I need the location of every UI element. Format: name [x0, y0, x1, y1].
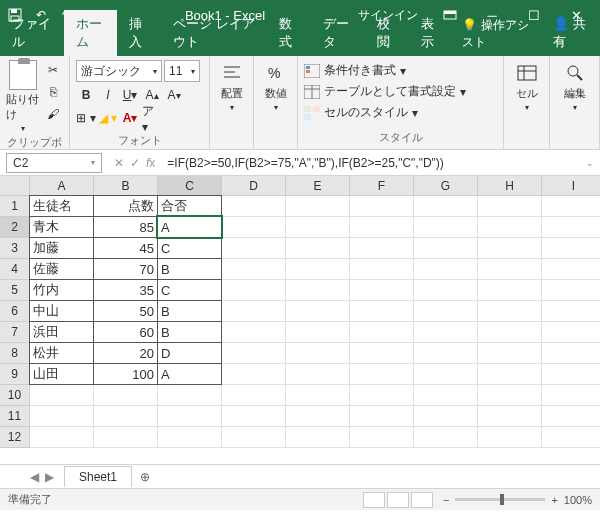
- cell[interactable]: [222, 322, 286, 343]
- cell[interactable]: [542, 259, 600, 280]
- cell[interactable]: 竹内: [29, 279, 94, 301]
- cell[interactable]: [542, 322, 600, 343]
- cell[interactable]: 70: [93, 258, 158, 280]
- tab-layout[interactable]: ページ レイアウト: [161, 10, 267, 56]
- column-header[interactable]: C: [158, 176, 222, 196]
- cell[interactable]: [478, 280, 542, 301]
- conditional-formatting-button[interactable]: 条件付き書式 ▾: [304, 60, 497, 81]
- cell[interactable]: [286, 280, 350, 301]
- cell[interactable]: [158, 427, 222, 448]
- cancel-formula-icon[interactable]: ✕: [114, 156, 124, 170]
- font-size-select[interactable]: 11▾: [164, 60, 200, 82]
- cell[interactable]: [94, 427, 158, 448]
- cell[interactable]: [414, 196, 478, 217]
- cell[interactable]: C: [157, 237, 222, 259]
- cell[interactable]: [350, 385, 414, 406]
- row-header[interactable]: 5: [0, 280, 30, 301]
- cell[interactable]: [94, 385, 158, 406]
- cell[interactable]: [286, 322, 350, 343]
- cell[interactable]: 生徒名: [29, 195, 94, 217]
- cell[interactable]: 50: [93, 300, 158, 322]
- row-header[interactable]: 9: [0, 364, 30, 385]
- cell[interactable]: [286, 259, 350, 280]
- zoom-level[interactable]: 100%: [564, 494, 592, 506]
- new-sheet-button[interactable]: ⊕: [134, 466, 156, 488]
- tab-data[interactable]: データ: [311, 10, 365, 56]
- cell[interactable]: [478, 301, 542, 322]
- cell[interactable]: [478, 385, 542, 406]
- cell[interactable]: [286, 343, 350, 364]
- cell[interactable]: [286, 238, 350, 259]
- cell[interactable]: 中山: [29, 300, 94, 322]
- cell[interactable]: [478, 406, 542, 427]
- cell[interactable]: [414, 364, 478, 385]
- cell[interactable]: 35: [93, 279, 158, 301]
- cell[interactable]: [350, 259, 414, 280]
- cell[interactable]: [222, 385, 286, 406]
- cell[interactable]: [30, 427, 94, 448]
- cell[interactable]: [222, 196, 286, 217]
- row-header[interactable]: 1: [0, 196, 30, 217]
- cell[interactable]: [286, 301, 350, 322]
- cell[interactable]: [542, 406, 600, 427]
- worksheet-grid[interactable]: ABCDEFGHI 123456789101112 生徒名点数合否青木85A加藤…: [0, 176, 600, 464]
- page-break-view-icon[interactable]: [411, 492, 433, 508]
- cell[interactable]: [542, 196, 600, 217]
- cell[interactable]: [414, 217, 478, 238]
- cut-icon[interactable]: ✂: [43, 60, 63, 80]
- cell[interactable]: [350, 196, 414, 217]
- cell[interactable]: [286, 196, 350, 217]
- cell[interactable]: [222, 259, 286, 280]
- column-header[interactable]: D: [222, 176, 286, 196]
- cell[interactable]: [414, 301, 478, 322]
- cell[interactable]: [478, 343, 542, 364]
- cell[interactable]: [414, 259, 478, 280]
- cell[interactable]: [542, 427, 600, 448]
- zoom-slider[interactable]: [455, 498, 545, 501]
- cell[interactable]: 青木: [29, 216, 94, 238]
- expand-formula-bar-icon[interactable]: ⌄: [580, 158, 600, 168]
- cell[interactable]: 浜田: [29, 321, 94, 343]
- cell[interactable]: [222, 427, 286, 448]
- cell[interactable]: B: [157, 300, 222, 322]
- font-color-button[interactable]: A ▾: [120, 108, 140, 128]
- cell[interactable]: B: [157, 258, 222, 280]
- cell[interactable]: [286, 364, 350, 385]
- cell[interactable]: [286, 385, 350, 406]
- cell[interactable]: 60: [93, 321, 158, 343]
- cell[interactable]: B: [157, 321, 222, 343]
- tab-file[interactable]: ファイル: [0, 10, 64, 56]
- column-header[interactable]: H: [478, 176, 542, 196]
- cell[interactable]: [414, 385, 478, 406]
- fill-color-button[interactable]: ◢ ▾: [98, 108, 118, 128]
- alignment-button[interactable]: 配置▾: [216, 60, 247, 114]
- tab-insert[interactable]: 挿入: [117, 10, 161, 56]
- editing-button[interactable]: 編集▾: [556, 60, 593, 114]
- italic-button[interactable]: I: [98, 85, 118, 105]
- cell[interactable]: 点数: [93, 195, 158, 217]
- cell[interactable]: C: [157, 279, 222, 301]
- cell[interactable]: [222, 301, 286, 322]
- cells-button[interactable]: セル▾: [510, 60, 543, 114]
- row-header[interactable]: 10: [0, 385, 30, 406]
- shrink-font-icon[interactable]: A▾: [164, 85, 184, 105]
- cell-styles-button[interactable]: セルのスタイル ▾: [304, 102, 497, 123]
- cell[interactable]: [30, 385, 94, 406]
- cell[interactable]: [478, 427, 542, 448]
- cell[interactable]: [222, 343, 286, 364]
- zoom-control[interactable]: − + 100%: [443, 494, 592, 506]
- column-header[interactable]: A: [30, 176, 94, 196]
- column-header[interactable]: B: [94, 176, 158, 196]
- cell[interactable]: [222, 238, 286, 259]
- cell[interactable]: [94, 406, 158, 427]
- cell[interactable]: 100: [93, 363, 158, 385]
- cell[interactable]: [222, 364, 286, 385]
- tab-home[interactable]: ホーム: [64, 10, 118, 56]
- cell[interactable]: [414, 343, 478, 364]
- sheet-prev-icon[interactable]: ◀: [30, 470, 39, 484]
- paste-button[interactable]: 貼り付け ▾: [6, 60, 39, 133]
- cell[interactable]: [478, 364, 542, 385]
- cell[interactable]: 佐藤: [29, 258, 94, 280]
- zoom-in-icon[interactable]: +: [551, 494, 557, 506]
- border-button[interactable]: ⊞ ▾: [76, 108, 96, 128]
